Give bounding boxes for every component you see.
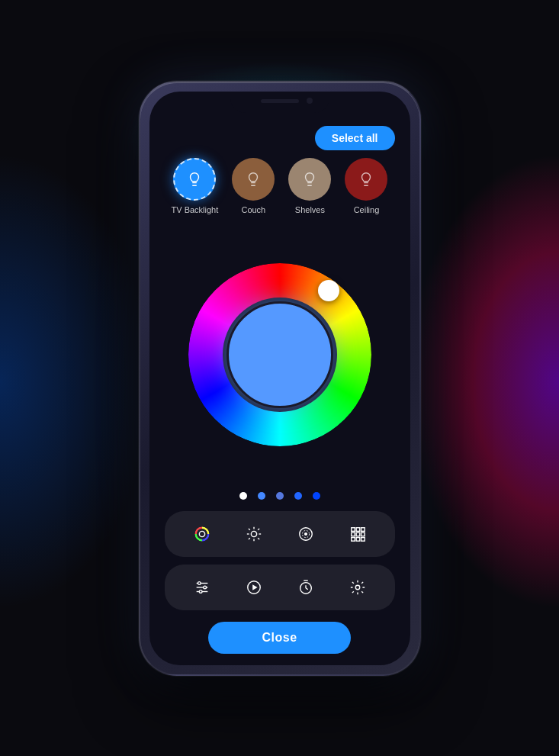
svg-rect-16 [361,527,365,531]
svg-line-9 [248,538,249,539]
light-item-shelves[interactable]: Shelves [288,158,331,214]
dot-indicator-1[interactable] [239,492,247,500]
svg-rect-21 [356,537,360,541]
svg-point-13 [304,532,307,535]
settings-icon [349,579,366,596]
svg-point-26 [198,581,201,584]
color-wheel [188,263,371,446]
svg-point-35 [355,585,360,590]
svg-point-1 [199,531,204,536]
color-wheel-button[interactable] [188,520,216,548]
bulb-icon-tv [186,171,203,188]
phone-screen: Select all TV Backlight [149,92,410,665]
light-item-ceiling[interactable]: Ceiling [345,158,387,214]
dot-indicator-4[interactable] [294,492,302,500]
left-glow [0,153,153,610]
controls-section [149,511,410,618]
dot-indicator-3[interactable] [276,492,284,500]
light-label-couch: Couch [241,205,265,214]
svg-rect-14 [351,527,355,531]
timer-icon [297,579,314,596]
effects-icon [297,526,314,542]
bulb-icon-couch [245,171,262,188]
light-label-shelves: Shelves [295,205,325,214]
close-button[interactable]: Close [208,622,350,654]
screen-content: Select all TV Backlight [149,118,410,665]
play-button[interactable] [240,574,268,601]
light-item-couch[interactable]: Couch [232,158,275,214]
camera [307,98,313,104]
light-item-tv[interactable]: TV Backlight [172,158,219,214]
controls-row-1 [165,511,395,557]
svg-line-10 [258,528,259,529]
svg-point-2 [251,531,256,536]
brightness-button[interactable] [240,520,268,548]
bulb-icon-ceiling [358,171,374,188]
color-wheel-container[interactable] [188,263,371,446]
dot-indicator-5[interactable] [313,492,320,500]
side-button [419,204,421,258]
select-all-button[interactable]: Select all [315,126,395,150]
svg-line-6 [258,538,259,539]
color-picker-handle[interactable] [318,280,339,301]
close-btn-row: Close [149,618,410,665]
controls-row-2 [165,565,395,610]
light-icon-shelves [288,158,331,201]
color-wheel-icon [194,526,210,542]
svg-rect-19 [361,532,365,536]
right-glow [406,153,559,610]
light-icon-tv [173,158,216,201]
timer-button[interactable] [292,574,320,601]
sliders-icon [194,579,210,596]
bulb-icon-shelves [301,171,318,188]
svg-point-27 [203,586,206,589]
speaker [261,99,299,103]
svg-rect-22 [361,537,365,541]
sliders-button[interactable] [188,574,216,601]
svg-line-5 [248,528,249,529]
light-label-ceiling: Ceiling [354,205,380,214]
lights-row: TV Backlight Couch [149,158,410,230]
svg-rect-17 [351,532,355,536]
grid-icon [349,526,366,542]
notch [230,92,329,113]
phone-frame: Select all TV Backlight [139,81,421,676]
light-label-tv: TV Backlight [172,205,219,214]
dots-row [149,481,410,511]
light-icon-couch [232,158,275,201]
select-all-row: Select all [149,126,410,158]
svg-rect-20 [351,537,355,541]
svg-point-28 [199,590,202,593]
grid-button[interactable] [344,520,371,548]
brightness-icon [246,526,262,542]
play-icon [246,579,262,596]
color-wheel-center [226,301,333,408]
svg-rect-15 [356,527,360,531]
light-icon-ceiling [345,158,387,201]
effects-button[interactable] [292,520,320,548]
dot-indicator-2[interactable] [258,492,265,500]
settings-button[interactable] [344,574,371,601]
svg-marker-30 [252,584,257,590]
svg-line-33 [306,587,308,589]
color-wheel-section [149,230,410,481]
svg-rect-18 [356,532,360,536]
